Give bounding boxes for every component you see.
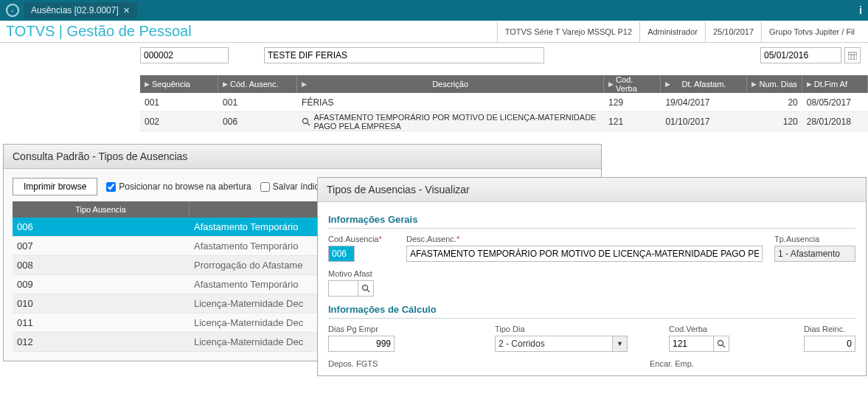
user-label: Administrador — [639, 21, 705, 42]
section-informacoes-gerais: Informações Gerais — [328, 214, 855, 229]
col-tipo-ausencia[interactable]: Tipo Ausencia — [13, 201, 190, 218]
tab-ausencias[interactable]: Ausências [02.9.0007] ✕ — [24, 2, 137, 18]
page-title: TOTVS | Gestão de Pessoal — [6, 23, 192, 40]
date-input[interactable] — [760, 47, 841, 63]
form-row — [0, 43, 868, 68]
col-seq[interactable]: Sequência — [152, 80, 190, 89]
tipo-dia-select[interactable]: 2 - Corridos ▼ — [495, 336, 628, 352]
checkbox-posicionar[interactable]: Posicionar no browse na abertura — [106, 181, 251, 192]
label-tipo-dia: Tipo Dia — [495, 325, 628, 333]
label-desc-ausenc: Desc.Ausenc.* — [406, 235, 763, 243]
col-dtafast[interactable]: Dt. Afastam. — [681, 80, 726, 89]
print-browse-button[interactable]: Imprimir browse — [13, 178, 97, 195]
svg-line-5 — [308, 123, 310, 125]
svg-line-9 — [723, 345, 725, 347]
grid-header: ▶Sequência ▶Cód. Ausenc. ▶Descrição ▶Cod… — [140, 75, 868, 93]
cod-verba-input[interactable] — [669, 336, 713, 352]
col-numdias[interactable]: Num. Dias — [759, 80, 796, 89]
label-dias-pg-empr: Dias Pg Empr — [328, 325, 395, 333]
name-input[interactable] — [264, 47, 544, 63]
search-icon[interactable] — [713, 336, 729, 352]
top-bar: ◦ Ausências [02.9.0007] ✕ i — [0, 0, 868, 21]
label-cod-verba: Cod.Verba — [669, 325, 743, 333]
breadcrumb: TOTVS Série T Varejo MSSQL P12 Administr… — [497, 21, 862, 42]
search-icon[interactable] — [302, 116, 310, 128]
table-row[interactable]: 002 006 AFASTAMENTO TEMPORÁRIO POR MOTIV… — [140, 112, 868, 131]
calendar-icon[interactable] — [844, 47, 861, 63]
info-icon[interactable]: i — [859, 4, 862, 16]
svg-point-4 — [303, 118, 308, 123]
col-desc[interactable]: Descrição — [432, 80, 468, 89]
search-icon[interactable] — [358, 280, 374, 297]
cod-ausencia-input[interactable] — [328, 246, 355, 262]
dialog-title: Consulta Padrão - Tipos de Ausencias — [4, 145, 601, 169]
chevron-down-icon: ▼ — [612, 336, 627, 351]
label-dias-reinc: Dias Reinc. — [804, 325, 855, 333]
desc-ausenc-input[interactable] — [406, 246, 763, 262]
svg-line-7 — [367, 290, 369, 292]
date-label: 25/10/2017 — [705, 21, 761, 42]
label-encar-emp: Encar. Emp. — [650, 359, 694, 368]
motivo-afast-input[interactable] — [328, 280, 358, 297]
table-row[interactable]: 001 001 FÉRIAS 129 19/04/2017 20 08/05/2… — [140, 93, 868, 112]
label-motivo-afast: Motivo Afast — [328, 269, 395, 278]
label-cod-ausencia: Cod.Ausencia* — [328, 235, 395, 243]
main-grid: ▶Sequência ▶Cód. Ausenc. ▶Descrição ▶Cod… — [140, 75, 868, 131]
code-input[interactable] — [140, 47, 229, 63]
label-tp-ausencia: Tp.Ausencia — [774, 235, 855, 243]
close-icon[interactable]: ✕ — [123, 6, 130, 15]
col-codaus[interactable]: Cód. Ausenc. — [230, 80, 278, 89]
svg-point-6 — [363, 285, 368, 291]
col-codverba[interactable]: Cod. Verba — [616, 75, 656, 93]
label-depos-fgts: Depos. FGTS — [328, 359, 395, 368]
svg-point-8 — [718, 341, 723, 346]
env-label: TOTVS Série T Varejo MSSQL P12 — [497, 21, 639, 42]
tp-ausencia-value: 1 - Afastamento — [774, 246, 855, 262]
svg-rect-0 — [848, 52, 857, 60]
dias-reinc-input[interactable] — [804, 336, 855, 352]
header: TOTVS | Gestão de Pessoal TOTVS Série T … — [0, 21, 868, 43]
dialog-tipos-ausencias: Tipos de Ausencias - Visualizar Informaç… — [317, 177, 867, 376]
dialog-title: Tipos de Ausencias - Visualizar — [318, 178, 866, 202]
app-menu-icon[interactable]: ◦ — [6, 4, 19, 17]
col-dtfim[interactable]: Dt.Fim Af — [814, 80, 847, 89]
tab-title: Ausências [02.9.0007] — [31, 5, 119, 15]
group-label: Grupo Totvs Jupiter / Fil — [761, 21, 862, 42]
dias-pg-empr-input[interactable] — [328, 336, 395, 352]
section-informacoes-calculo: Informações de Cálculo — [328, 304, 855, 319]
